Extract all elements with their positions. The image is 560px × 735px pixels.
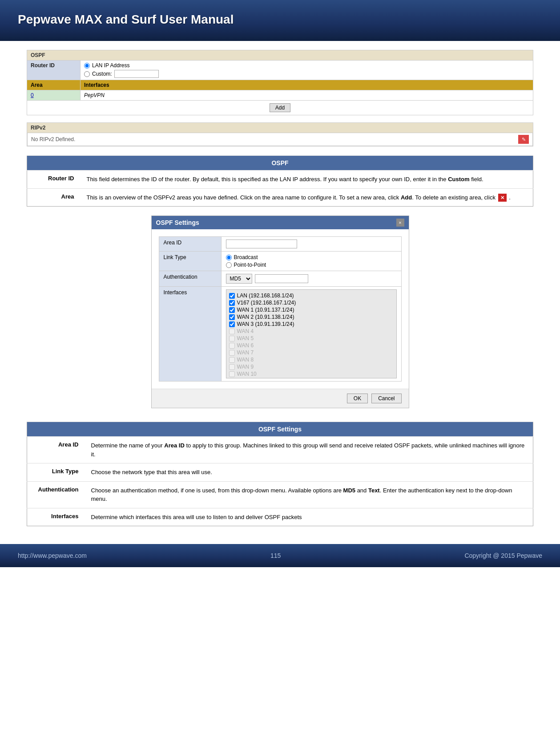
cancel-button[interactable]: Cancel [371,394,401,403]
area-id-info-desc: Determine the name of your Area ID to ap… [85,437,533,463]
ripv2-edit-button[interactable]: ✎ [518,135,529,144]
iface-wan5-check[interactable] [229,336,235,341]
interfaces-list: LAN (192.168.168.1/24) V167 (192.168.167… [226,289,397,378]
interfaces-label: Interfaces [159,287,221,382]
interfaces-info-label: Interfaces [27,508,85,526]
iface-lan[interactable]: LAN (192.168.168.1/24) [229,292,394,299]
router-id-value: LAN IP Address Custom: [81,61,533,80]
area-id-info-label: Area ID [27,437,85,463]
authentication-label: Authentication [159,271,221,287]
iface-wan1[interactable]: WAN 1 (10.91.137.1/24) [229,307,394,313]
add-area-button[interactable]: Add [270,103,290,112]
authentication-value: MD5 Text None [221,271,401,287]
iface-wan10[interactable]: WAN 10 [229,371,394,377]
dialog-body: Area ID Link Type Broadcast [152,229,409,389]
broadcast-radio[interactable] [226,255,232,260]
auth-key-input[interactable] [255,274,308,283]
auth-select[interactable]: MD5 Text None [226,274,252,284]
iface-wan9[interactable]: WAN 9 [229,364,394,370]
link-type-info-label: Link Type [27,463,85,482]
iface-wan11[interactable]: WAN 11 [229,378,394,378]
ospf-info-title: OSPF [27,156,533,171]
ospf-section-header: OSPF [27,50,533,61]
area-id-input[interactable] [226,240,297,248]
iface-wan10-check[interactable] [229,371,235,377]
custom-radio[interactable] [84,71,90,77]
router-id-field-desc: This field determines the ID of the rout… [81,171,533,189]
authentication-info-row: Authentication Choose an authentication … [27,481,533,508]
ospf-settings-info-title: OSPF Settings [27,422,533,437]
authentication-row: Authentication MD5 Text None [159,271,401,287]
lan-ip-radio[interactable] [84,63,90,69]
ripv2-message: No RIPv2 Defined. [31,136,75,142]
spacer [27,417,533,422]
iface-lan-check[interactable] [229,293,235,299]
iface-wan2-check[interactable] [229,314,235,320]
ospf-settings-info-table: OSPF Settings Area ID Determine the name… [27,422,533,526]
interfaces-info-row: Interfaces Determine which interfaces th… [27,508,533,526]
link-type-row: Link Type Broadcast Point-to-Point [159,252,401,271]
area-id-label: Area ID [159,237,221,252]
iface-wan6-check[interactable] [229,343,235,349]
ospf-config-table: OSPF Router ID LAN IP Address Custom: [27,50,533,115]
iface-wan3-check[interactable] [229,321,235,327]
iface-wan9-check[interactable] [229,364,235,370]
interfaces-col-header: Interfaces [81,80,533,90]
interfaces-info-desc: Determine which interfaces this area wil… [85,508,533,526]
dialog-title: OSPF Settings [156,219,199,226]
ok-button[interactable]: OK [347,394,368,403]
dialog-footer: OK Cancel [152,389,409,408]
link-type-info-row: Link Type Choose the network type that t… [27,463,533,482]
dialog-close-button[interactable]: × [396,219,404,227]
page-header: Pepwave MAX and Surf User Manual [0,0,560,41]
iface-v167[interactable]: V167 (192.168.167.1/24) [229,300,394,306]
area-value[interactable]: 0 [27,90,81,101]
iface-wan8-check[interactable] [229,357,235,363]
ospf-info-table: OSPF Router ID This field determines the… [27,155,533,207]
iface-wan7[interactable]: WAN 7 [229,349,394,356]
area-id-input-cell [221,237,401,252]
authentication-info-desc: Choose an authentication method, if one … [85,481,533,508]
dialog-titlebar: OSPF Settings × [152,216,409,229]
link-type-label: Link Type [159,252,221,271]
footer-copyright: Copyright @ 2015 Pepwave [464,552,542,559]
interfaces-value: LAN (192.168.168.1/24) V167 (192.168.167… [221,287,401,382]
area-field-desc: This is an overview of the OSPFv2 areas … [81,188,533,207]
router-id-field-name: Router ID [27,171,81,189]
ripv2-header: RIPv2 [27,123,533,133]
iface-wan3[interactable]: WAN 3 (10.91.139.1/24) [229,321,394,327]
iface-wan4[interactable]: WAN 4 [229,328,394,334]
iface-wan5[interactable]: WAN 5 [229,335,394,341]
link-type-info-desc: Choose the network type that this area w… [85,463,533,482]
area-id-row: Area ID [159,237,401,252]
iface-wan6[interactable]: WAN 6 [229,342,394,349]
authentication-info-label: Authentication [27,481,85,508]
broadcast-radio-label[interactable]: Broadcast [226,254,397,260]
lan-ip-radio-label[interactable]: LAN IP Address [84,62,529,69]
p2p-radio[interactable] [226,262,232,268]
iface-wan4-check[interactable] [229,329,235,334]
area-col-header: Area [27,80,81,90]
iface-wan11-check[interactable] [229,378,235,379]
footer-url: http://www.pepwave.com [18,552,87,559]
iface-wan2[interactable]: WAN 2 (10.91.138.1/24) [229,314,394,320]
iface-v167-check[interactable] [229,300,235,306]
interfaces-row: Interfaces LAN (192.168.168.1/24) V167 (… [159,287,401,382]
area-field-name: Area [27,188,81,207]
content-area: OSPF Router ID LAN IP Address Custom: [0,41,560,544]
interfaces-value: PepVPN [81,90,533,101]
p2p-radio-label[interactable]: Point-to-Point [226,262,397,268]
iface-wan7-check[interactable] [229,350,235,356]
iface-wan8[interactable]: WAN 8 [229,357,394,363]
page-title: Pepwave MAX and Surf User Manual [18,12,542,27]
page-footer: http://www.pepwave.com 115 Copyright @ 2… [0,544,560,567]
area-id-info-row: Area ID Determine the name of your Area … [27,437,533,463]
custom-router-id-input[interactable] [114,70,159,78]
ospf-settings-dialog: OSPF Settings × Area ID Link Type [151,215,409,408]
custom-radio-label[interactable]: Custom: [84,70,529,78]
delete-x-icon: ✕ [498,194,507,202]
link-type-radio-group: Broadcast Point-to-Point [226,254,397,268]
ripv2-section: RIPv2 No RIPv2 Defined. ✎ [27,122,533,146]
iface-wan1-check[interactable] [229,307,235,313]
link-type-value: Broadcast Point-to-Point [221,252,401,271]
